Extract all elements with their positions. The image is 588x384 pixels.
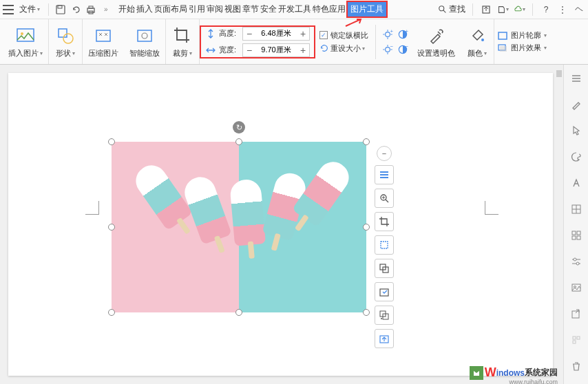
- svg-text:+: +: [390, 28, 393, 34]
- share-icon[interactable]: [480, 3, 492, 16]
- tab-layout[interactable]: 页面布局: [154, 3, 188, 15]
- float-layout-button[interactable]: [375, 165, 394, 184]
- crop-group[interactable]: 裁剪▾: [166, 19, 200, 64]
- resize-handle-mr[interactable]: [363, 224, 370, 231]
- tab-section[interactable]: 章节: [242, 3, 260, 15]
- vertical-scrollbar[interactable]: [555, 65, 563, 384]
- float-replace-button[interactable]: [375, 259, 394, 278]
- size-group: 高度: − + 宽度: − +: [200, 25, 315, 58]
- resize-handle-tr[interactable]: [363, 138, 370, 145]
- tab-review[interactable]: 审阅: [206, 3, 224, 15]
- width-minus-button[interactable]: −: [243, 44, 255, 56]
- svg-rect-59: [573, 337, 576, 339]
- reset-icon: [319, 43, 329, 53]
- palette-icon[interactable]: [569, 150, 583, 164]
- reset-size-button[interactable]: 重设大小 ▾: [319, 43, 368, 54]
- rotate-handle[interactable]: ↻: [233, 121, 245, 134]
- compress-group[interactable]: 压缩图片: [83, 19, 124, 64]
- width-input[interactable]: [255, 46, 297, 54]
- print-icon[interactable]: [85, 3, 97, 16]
- svg-rect-37: [380, 289, 388, 296]
- watermark-brand: indows: [496, 368, 525, 378]
- height-input[interactable]: [255, 30, 297, 38]
- float-crop-button[interactable]: [375, 212, 394, 231]
- text-icon[interactable]: [569, 176, 583, 190]
- tab-start[interactable]: 开始: [118, 3, 136, 15]
- resize-handle-bm[interactable]: [235, 309, 242, 316]
- lock-ratio-checkbox[interactable]: ✓ 锁定纵横比: [319, 30, 368, 41]
- grid-icon[interactable]: [569, 202, 583, 216]
- reset-size-label: 重设大小: [330, 43, 361, 54]
- transparent-color-label: 设置透明色: [417, 48, 455, 58]
- svg-rect-60: [577, 337, 580, 339]
- trash-icon[interactable]: [569, 359, 583, 373]
- contrast-plus-icon[interactable]: +: [397, 28, 409, 41]
- image-icon[interactable]: [569, 281, 583, 295]
- scroll-thumb[interactable]: [556, 70, 562, 77]
- insert-picture-label: 插入图片: [8, 48, 39, 58]
- brightness-minus-icon[interactable]: −: [381, 43, 394, 56]
- more-menu-icon[interactable]: ⋮: [556, 3, 569, 16]
- cloud-icon[interactable]: ▾: [513, 3, 525, 16]
- tab-picture-tools[interactable]: 图片工具: [346, 1, 388, 18]
- save-icon[interactable]: [54, 3, 67, 16]
- history-icon[interactable]: ▾: [496, 3, 509, 16]
- export-icon[interactable]: [569, 307, 583, 321]
- height-plus-button[interactable]: +: [297, 28, 309, 40]
- resize-handle-bl[interactable]: [108, 309, 115, 316]
- smartzoom-group[interactable]: 智能缩放: [124, 19, 166, 64]
- selected-image[interactable]: ↻: [112, 142, 366, 312]
- transparent-color-group[interactable]: 设置透明色: [412, 19, 461, 64]
- apps-icon[interactable]: [569, 228, 583, 242]
- picture-outline-button[interactable]: 图片轮廓▾: [497, 30, 547, 41]
- separator: [375, 25, 376, 59]
- tab-insert[interactable]: 插入: [136, 3, 154, 15]
- tab-view[interactable]: 视图: [224, 3, 242, 15]
- width-plus-button[interactable]: +: [297, 44, 309, 56]
- search-button[interactable]: 查找: [438, 3, 465, 15]
- resize-handle-ml[interactable]: [108, 224, 115, 231]
- color-group[interactable]: 颜色▾: [461, 19, 494, 64]
- tab-dev[interactable]: 开发工具: [277, 3, 312, 15]
- chevron-down-icon: ▾: [37, 6, 40, 12]
- more-icon[interactable]: »: [104, 6, 108, 13]
- float-minus-button[interactable]: −: [377, 146, 392, 161]
- hamburger-menu-icon[interactable]: [3, 5, 14, 14]
- undo-icon[interactable]: [70, 3, 82, 16]
- float-save-button[interactable]: [375, 282, 394, 301]
- height-minus-button[interactable]: −: [243, 28, 255, 40]
- component-icon[interactable]: [569, 333, 583, 347]
- sidebar-toggle-icon[interactable]: [569, 72, 583, 85]
- brightness-plus-icon[interactable]: +: [381, 28, 394, 41]
- resize-handle-tm[interactable]: [235, 138, 242, 145]
- float-extract-button[interactable]: [375, 329, 394, 348]
- pencil-icon[interactable]: [569, 98, 583, 111]
- file-menu[interactable]: 文件 ▾: [17, 3, 43, 15]
- resize-handle-br[interactable]: [363, 309, 370, 316]
- picture-effects-button[interactable]: 图片效果▾: [497, 43, 547, 54]
- tab-security[interactable]: 安全: [260, 3, 277, 15]
- width-spinner[interactable]: − +: [242, 43, 310, 57]
- tab-ref[interactable]: 引用: [188, 3, 206, 15]
- svg-rect-58: [572, 311, 579, 318]
- pointer-icon[interactable]: [569, 124, 583, 138]
- insert-picture-group[interactable]: 插入图片▾: [3, 19, 49, 64]
- search-label: 查找: [449, 3, 465, 15]
- resize-handle-tl[interactable]: [108, 138, 115, 145]
- contrast-minus-icon[interactable]: −: [397, 43, 409, 56]
- float-more-button[interactable]: [375, 306, 394, 325]
- help-icon[interactable]: ?: [540, 3, 552, 16]
- watermark-url: www.ruihaifu.com: [509, 378, 558, 384]
- picture-effects-label: 图片效果: [511, 43, 541, 53]
- tab-special[interactable]: 特色应用: [312, 3, 346, 15]
- float-rotate-button[interactable]: [375, 235, 394, 255]
- picture-outline-label: 图片轮廓: [511, 30, 541, 41]
- collapse-ribbon-icon[interactable]: ヘ: [573, 3, 585, 16]
- color-bucket-icon: [466, 25, 488, 47]
- svg-point-40: [381, 318, 382, 319]
- shape-group[interactable]: 形状▾: [49, 19, 83, 64]
- svg-rect-8: [17, 29, 34, 41]
- height-spinner[interactable]: − +: [242, 27, 310, 41]
- float-zoom-button[interactable]: [375, 189, 394, 208]
- settings-icon[interactable]: [569, 255, 583, 268]
